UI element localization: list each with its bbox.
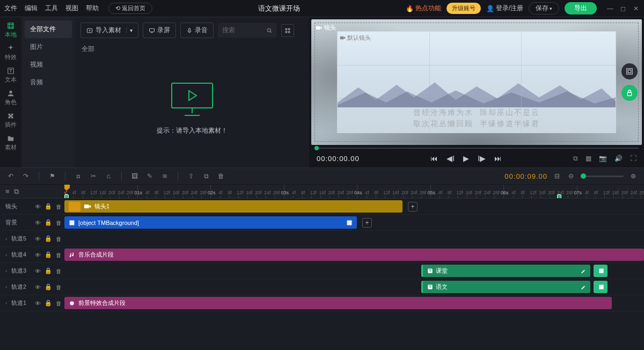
timeline-ruler[interactable]: 0s4f8f12f16f20f24f28f01s4f8f12f16f20f24f… [64, 185, 644, 198]
visibility-toggle[interactable]: 👁 [35, 203, 41, 210]
view-grid-button[interactable] [281, 24, 294, 37]
upgrade-button[interactable]: 升级账号 [447, 3, 481, 14]
save-button[interactable]: 保存 ▾ [529, 2, 559, 14]
cut-button[interactable]: ✂ [89, 172, 98, 180]
goto-start-button[interactable]: ⏮ [430, 154, 438, 163]
nav-material[interactable]: 素材 [0, 133, 21, 153]
split-button[interactable]: ⎌ [104, 172, 113, 180]
clip-text-class-tail[interactable] [594, 265, 608, 277]
snapshot-button[interactable]: 📷 [599, 155, 607, 162]
cat-image[interactable]: 图片 [21, 38, 75, 56]
preview-canvas[interactable]: 镜头 默认镜头 曾经沧海难为水 除却巫山不是云取次花丛懒回顾 半缘修道半缘君 [311, 19, 642, 145]
fit-timeline-button[interactable]: ⊟ [553, 172, 561, 180]
next-frame-button[interactable]: Ⅰ▶ [478, 154, 486, 163]
export-button[interactable]: 导出 [565, 2, 597, 14]
chevron-down-icon[interactable]: ▾ [126, 27, 133, 33]
record-audio-button[interactable]: 录音 [180, 23, 214, 38]
nav-role[interactable]: 角色 [0, 88, 21, 108]
add-clip-button[interactable]: + [408, 202, 418, 212]
import-media-button[interactable]: 导入素材 ▾ [80, 23, 138, 38]
link-tracks-button[interactable]: ⧉ [14, 187, 19, 196]
cat-all-files[interactable]: 全部文件 [25, 20, 72, 38]
clip-background[interactable]: [object TMBackground] [64, 216, 357, 229]
visibility-toggle[interactable]: 👁 [35, 268, 41, 274]
visibility-toggle[interactable]: 👁 [35, 284, 41, 290]
menu-view[interactable]: 视图 [65, 4, 78, 13]
marker-button[interactable]: ⚑ [48, 172, 56, 180]
grid-toggle-button[interactable]: ▦ [586, 155, 591, 162]
clip-text-lang[interactable]: 语文 [421, 281, 590, 293]
lock-toggle[interactable]: 🔒 [45, 219, 52, 226]
text-insert-button[interactable]: ✎ [145, 172, 154, 180]
zoom-slider[interactable] [581, 176, 624, 177]
clip-text-lang-tail[interactable] [594, 281, 608, 293]
range-start-marker[interactable] [64, 194, 69, 198]
delete-track-button[interactable]: 🗑 [56, 284, 62, 290]
nav-fx[interactable]: 特效 [0, 43, 21, 63]
delete-track-button[interactable]: 🗑 [56, 203, 62, 210]
redo-button[interactable]: ↷ [21, 172, 30, 180]
lock-toggle[interactable]: 🔒 [45, 203, 52, 210]
delete-track-button[interactable]: 🗑 [56, 236, 62, 242]
hot-features-button[interactable]: 🔥 热点功能 [406, 4, 441, 13]
clip-music[interactable]: 音乐合成片段 [64, 249, 644, 261]
nav-local[interactable]: 本地 [0, 20, 21, 40]
visibility-toggle[interactable]: 👁 [35, 252, 41, 258]
visibility-toggle[interactable]: 👁 [35, 236, 41, 242]
preview-progress[interactable] [314, 147, 639, 149]
loop-button[interactable]: ⧉ [573, 155, 578, 162]
lock-toggle[interactable]: 🔒 [45, 267, 52, 274]
add-clip-button[interactable]: + [362, 218, 372, 228]
chevron-right-icon[interactable]: › [5, 301, 7, 306]
delete-track-button[interactable]: 🗑 [56, 220, 62, 226]
minimize-button[interactable]: — [606, 5, 614, 12]
prev-frame-button[interactable]: ◀Ⅰ [447, 154, 455, 163]
goto-end-button[interactable]: ⏭ [494, 154, 502, 163]
chevron-right-icon[interactable]: › [5, 285, 7, 290]
zoom-out-button[interactable]: ⊖ [567, 172, 575, 180]
back-home-button[interactable]: ⟲ 返回首页 [108, 3, 152, 14]
lock-button[interactable] [621, 85, 638, 101]
play-button[interactable]: ▶ [463, 154, 469, 163]
fit-screen-button[interactable] [621, 63, 638, 79]
image-insert-button[interactable]: 🖼 [130, 172, 139, 180]
toggle-tracks-button[interactable]: ≡ [5, 187, 10, 195]
visibility-toggle[interactable]: 👁 [35, 220, 41, 226]
menu-help[interactable]: 帮助 [86, 4, 99, 13]
search-input[interactable]: 搜索 [218, 23, 277, 38]
menu-tool[interactable]: 工具 [45, 4, 58, 13]
record-screen-button[interactable]: 录屏 [143, 23, 176, 38]
delete-track-button[interactable]: 🗑 [56, 252, 62, 258]
nav-text[interactable]: 文本 [0, 65, 21, 85]
clip-lens-1[interactable]: 镜头1 [64, 200, 402, 213]
nav-plugin[interactable]: 插件 [0, 111, 21, 130]
lock-toggle[interactable]: 🔒 [45, 283, 52, 290]
delete-track-button[interactable]: 🗑 [56, 300, 62, 307]
copy-button[interactable]: ⧉ [202, 172, 210, 180]
layers-button[interactable]: ≋ [160, 172, 169, 180]
maximize-button[interactable]: ◻ [619, 5, 627, 12]
zoom-in-button[interactable]: ⊕ [629, 172, 638, 180]
volume-button[interactable]: 🔊 [614, 155, 623, 162]
chevron-right-icon[interactable]: › [5, 268, 7, 274]
lock-toggle[interactable]: 🔒 [45, 235, 52, 242]
cat-audio[interactable]: 音频 [21, 74, 75, 91]
menu-edit[interactable]: 编辑 [25, 4, 38, 13]
chevron-right-icon[interactable]: › [5, 236, 7, 242]
cat-video[interactable]: 视频 [21, 56, 75, 74]
export-clip-button[interactable]: ⇪ [187, 172, 195, 180]
delete-button[interactable]: 🗑 [217, 172, 225, 180]
close-button[interactable]: ✕ [632, 5, 640, 12]
crop-button[interactable]: ⧈ [74, 172, 83, 180]
fullscreen-button[interactable]: ⛶ [630, 155, 636, 162]
lock-toggle[interactable]: 🔒 [45, 251, 52, 258]
clip-text-class[interactable]: 课堂 [421, 265, 590, 277]
menu-file[interactable]: 文件 [4, 4, 17, 13]
chevron-right-icon[interactable]: › [5, 252, 7, 258]
login-button[interactable]: 👤 登录/注册 [486, 4, 523, 13]
range-end-marker[interactable] [557, 194, 561, 198]
clip-fg-fx[interactable]: 前景特效合成片段 [64, 297, 612, 309]
undo-button[interactable]: ↶ [6, 172, 15, 180]
delete-track-button[interactable]: 🗑 [56, 268, 62, 274]
visibility-toggle[interactable]: 👁 [35, 300, 41, 307]
